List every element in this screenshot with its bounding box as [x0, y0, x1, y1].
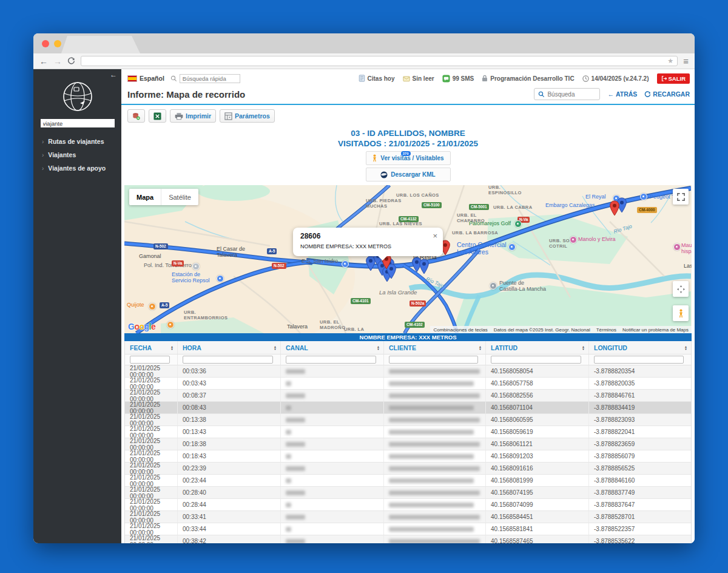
table-row[interactable]: 21/01/2025 00:00:0000:28:4440.1568074099… [125, 499, 691, 511]
sidebar-item-3[interactable]: ›Viajantes de apoyo [33, 161, 121, 175]
table-row[interactable]: 21/01/2025 00:00:0000:18:4340.1568091203… [125, 450, 691, 463]
cell-cliente-redacted [383, 535, 485, 543]
citas-hoy-link[interactable]: Citas hoy [359, 75, 395, 82]
sms-link[interactable]: 99 SMS [442, 75, 474, 83]
attribution-link[interactable]: Notificar un problema de Maps [622, 327, 689, 333]
poi-circle-icon[interactable] [490, 282, 497, 290]
table-row[interactable]: 21/01/2025 00:00:0000:23:4440.1568081999… [125, 475, 691, 487]
salir-button[interactable]: SALIR [657, 73, 690, 84]
table-row[interactable]: 21/01/2025 00:00:0000:28:4040.1568074195… [125, 487, 691, 499]
cell-latitud: 40.1568074195 [485, 487, 588, 498]
browser-forward-icon[interactable]: → [53, 57, 62, 66]
poi-circle-icon[interactable] [673, 243, 681, 251]
column-header-canal[interactable]: CANAL▲▼ [280, 341, 383, 354]
poi-circle-icon[interactable] [508, 243, 516, 251]
info-window-close-icon[interactable]: × [433, 232, 437, 240]
browser-tab[interactable] [61, 36, 140, 53]
column-header-cliente[interactable]: CLIENTE▲▼ [383, 341, 485, 354]
sin-leer-link[interactable]: Sin leer [403, 75, 434, 82]
browser-menu-icon[interactable]: ≡ [683, 56, 689, 66]
minimize-window-button[interactable] [54, 40, 61, 47]
atras-button[interactable]: ←ATRÁS [607, 90, 637, 98]
poi-circle-icon[interactable] [217, 275, 224, 282]
table-row[interactable]: 21/01/2025 00:00:0000:23:3940.1568091616… [125, 463, 691, 475]
table-row[interactable]: 21/01/2025 00:00:0000:18:3840.1568061121… [125, 438, 691, 450]
poi-circle-icon[interactable] [640, 193, 647, 200]
ver-visitas-button[interactable]: 370 Ver visitas / Visitables [366, 151, 451, 165]
parametros-button[interactable]: Parámetros [220, 109, 275, 123]
map-type-satelite[interactable]: Satélite [161, 189, 198, 205]
cell-longitud: -3.8788837647 [588, 499, 691, 510]
map-fullscreen-button[interactable] [673, 189, 689, 205]
filter-input-fecha[interactable] [130, 356, 170, 364]
column-header-fecha[interactable]: FECHA▲▼ [125, 341, 177, 354]
sidebar-item-1[interactable]: ›Rutas de viajantes [33, 135, 121, 148]
data-table: FECHA▲▼HORA▲▼CANAL▲▼CLIENTE▲▼LATITUD▲▼LO… [124, 341, 692, 543]
table-row[interactable]: 21/01/2025 00:00:0000:08:4340.1568071104… [125, 402, 691, 414]
table-row[interactable]: 21/01/2025 00:00:0000:03:4340.1568057758… [125, 378, 691, 390]
table-row[interactable]: 21/01/2025 00:00:0000:13:3840.1568060595… [125, 414, 691, 426]
map[interactable]: URB. ESPINOSILLOURB. LOS CAÑOSURB. PIEDR… [124, 185, 692, 333]
filter-input-hora[interactable] [183, 356, 273, 364]
column-header-longitud[interactable]: LONGITUD▲▼ [588, 341, 691, 354]
attribution-link[interactable]: Combinaciones de teclas [433, 327, 487, 333]
page-search-input[interactable] [547, 91, 596, 98]
bookmark-star-icon[interactable]: ★ [667, 57, 673, 65]
map-marker-blue[interactable] [419, 259, 429, 277]
road-badge: CM-4102 [405, 322, 425, 328]
map-pan-control[interactable] [673, 281, 689, 297]
table-row[interactable]: 21/01/2025 00:00:0000:13:4340.1568059619… [125, 426, 691, 438]
poi-circle-icon[interactable] [514, 220, 522, 228]
user-menu[interactable]: Programación Desarrollo TIC [482, 75, 574, 82]
poi-circle-icon[interactable] [192, 263, 200, 270]
poi-circle-icon[interactable] [570, 236, 577, 243]
sidebar-search-input[interactable] [41, 119, 115, 127]
page-search-box[interactable] [534, 88, 600, 100]
map-marker-red[interactable] [610, 200, 619, 219]
filter-input-canal[interactable] [286, 356, 376, 364]
close-window-button[interactable] [42, 40, 49, 47]
filter-input-longitud[interactable] [594, 356, 684, 364]
quick-search-input[interactable] [180, 74, 240, 83]
table-row[interactable]: 21/01/2025 00:00:0000:33:4140.1568584451… [125, 511, 691, 523]
sidebar-item-2[interactable]: ›Viajantes [33, 148, 121, 161]
browser-back-icon[interactable]: ← [39, 57, 48, 66]
attribution-link[interactable]: Datos del mapa ©2025 Inst. Geogr. Nacion… [494, 327, 590, 333]
sidebar-item-label: Viajantes de apoyo [48, 164, 106, 172]
attribution-link[interactable]: Términos [596, 327, 616, 333]
export-data-button[interactable] [127, 109, 145, 123]
table-row[interactable]: 21/01/2025 00:00:0000:38:4240.1568587465… [125, 535, 691, 543]
sort-icon[interactable]: ▲▼ [479, 345, 482, 350]
table-row[interactable]: 21/01/2025 00:00:0000:08:3740.1568082556… [125, 390, 691, 402]
imprimir-button[interactable]: Imprimir [170, 109, 216, 123]
map-type-mapa[interactable]: Mapa [129, 189, 161, 205]
sort-icon[interactable]: ▲▼ [170, 345, 174, 350]
address-bar[interactable]: ★ [81, 56, 678, 66]
column-header-latitud[interactable]: LATITUD▲▼ [485, 341, 588, 354]
filter-input-cliente[interactable] [389, 356, 478, 364]
sort-icon[interactable]: ▲▼ [377, 345, 380, 350]
browser-titlebar [33, 33, 695, 53]
column-header-label: CLIENTE [389, 344, 416, 351]
recargar-button[interactable]: RECARGAR [644, 90, 690, 98]
sidebar-collapse-icon[interactable]: ← [110, 70, 117, 79]
export-excel-button[interactable] [149, 109, 166, 123]
poi-circle-icon[interactable] [149, 303, 156, 310]
filter-cell [125, 354, 177, 365]
filter-input-latitud[interactable] [491, 356, 581, 364]
sort-icon[interactable]: ▲▼ [274, 345, 277, 350]
poi-circle-icon[interactable] [167, 321, 174, 328]
table-row[interactable]: 21/01/2025 00:00:0000:03:3640.1568058054… [125, 365, 691, 378]
table-row[interactable]: 21/01/2025 00:00:0000:33:4440.1568581841… [125, 523, 691, 535]
language-label[interactable]: Español [140, 75, 164, 82]
column-header-hora[interactable]: HORA▲▼ [177, 341, 280, 354]
sort-icon[interactable]: ▲▼ [684, 345, 687, 350]
map-pegman-control[interactable] [673, 305, 689, 321]
google-logo[interactable]: Google [128, 322, 155, 331]
browser-reload-icon[interactable] [67, 57, 75, 65]
descargar-kml-button[interactable]: Descargar KML [366, 168, 451, 181]
app-logo-globe [60, 79, 95, 114]
sort-icon[interactable]: ▲▼ [582, 345, 585, 350]
database-export-icon [132, 112, 140, 120]
poi-circle-icon[interactable] [342, 260, 349, 268]
